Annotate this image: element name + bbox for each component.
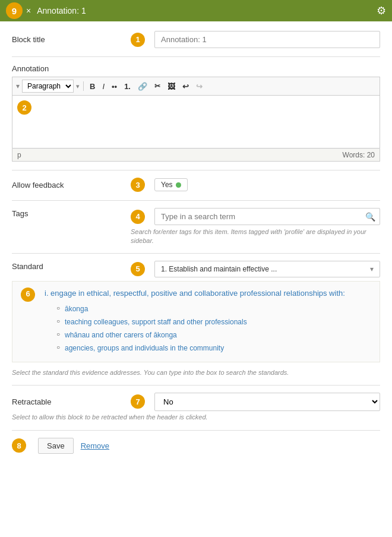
standard-hint: Select the standard this evidence addres… [12,368,380,377]
feedback-green-dot [176,182,181,188]
bold-button[interactable]: B [87,81,97,92]
divider-5 [12,385,380,386]
divider-3 [12,200,380,201]
tags-input[interactable] [154,208,380,225]
retractable-select[interactable]: No Yes [154,393,380,411]
image-button[interactable]: 🖼 [165,81,178,92]
divider-4 [12,253,380,254]
editor-toolbar: ▾ Paragraph ▾ B I •• 1. 🔗 ✂ 🖼 ↩ ↪ [12,77,380,95]
list-item-text: whānau and other carers of ākonga [65,331,177,339]
tags-input-wrap: 🔍 [154,208,380,225]
tags-hint: Search for/enter tags for this item. Ite… [131,228,380,246]
standard-label: Standard [12,261,131,271]
save-button[interactable]: Save [38,438,74,454]
annotation-badge: 2 [17,100,31,115]
gear-icon[interactable]: ⚙ [377,4,386,17]
feedback-label: Allow feedback [12,181,131,189]
standard-detail-badge: 6 [21,288,35,302]
italic-button[interactable]: I [100,81,107,92]
block-title-badge: 1 [131,33,145,47]
standard-selected-text: 1. Establish and maintain effective ... [161,265,277,273]
tags-badge: 4 [131,210,145,224]
retractable-row: Retractable 7 No Yes [12,393,380,411]
feedback-badge: 3 [131,178,145,192]
list-item-text: ākonga [65,305,88,313]
editor-tag: p [17,151,21,159]
undo-button[interactable]: ↩ [180,81,191,92]
list-item-text: teaching colleagues, support staff and o… [65,318,247,326]
unordered-list-button[interactable]: •• [109,81,119,92]
toolbar-divider-1 [83,81,84,91]
tags-row: Tags 4 🔍 Search for/enter tags for this … [12,208,380,246]
editor-footer: p Words: 20 [12,149,380,162]
paragraph-arrow-icon: ▾ [76,83,80,90]
standard-detail-intro-text: i. engage in ethical, respectful, positi… [45,289,345,298]
list-item: teaching colleagues, support staff and o… [56,317,345,328]
retractable-hint: Select to allow this block to be retract… [12,413,380,421]
list-item: ākonga [56,304,345,315]
block-title-label: Block title [12,35,131,44]
standard-detail-intro: i. engage in ethical, respectful, positi… [45,288,345,300]
editor-body[interactable]: 2 [12,95,380,149]
block-title-input[interactable] [154,31,380,48]
list-item: whānau and other carers of ākonga [56,330,345,341]
annotation-section: Annotation ▾ Paragraph ▾ B I •• 1. 🔗 ✂ 🖼… [12,64,380,162]
form-content: Block title 1 Annotation ▾ Paragraph ▾ B… [0,21,392,463]
list-item: agencies, groups and individuals in the … [56,343,345,354]
divider-1 [12,56,380,57]
footer-badge: 8 [12,438,26,453]
list-item-text: agencies, groups and individuals in the … [65,344,224,352]
standard-detail: 6 i. engage in ethical, respectful, posi… [12,281,380,363]
remove-button[interactable]: Remove [81,441,109,450]
ordered-list-button[interactable]: 1. [122,81,133,92]
retractable-label: Retractable [12,397,131,406]
redo-button[interactable]: ↪ [194,81,205,92]
unlink-button[interactable]: ✂ [152,81,163,91]
tags-label: Tags [12,208,131,218]
header-title: Annotation: 1 [37,6,377,15]
block-title-row: Block title 1 [12,31,380,48]
paragraph-select[interactable]: Paragraph [22,80,74,93]
standard-detail-list: ākonga teaching colleagues, support staf… [45,304,345,355]
close-button[interactable]: × [26,6,31,15]
standard-arrow-icon: ▾ [370,265,374,273]
divider-2 [12,170,380,170]
block-header: 9 × Annotation: 1 ⚙ [0,0,392,21]
footer-actions: 8 Save Remove [12,438,380,454]
standard-row: Standard 5 1. Establish and maintain eff… [12,261,380,277]
standard-badge: 5 [131,262,145,276]
link-button[interactable]: 🔗 [135,81,150,92]
feedback-row: Allow feedback 3 Yes [12,178,380,192]
header-badge: 9 [6,2,23,19]
retractable-badge: 7 [131,394,145,409]
feedback-value[interactable]: Yes [154,178,188,191]
feedback-yes-text: Yes [161,181,173,189]
editor-word-count: Words: 20 [343,151,375,159]
divider-6 [12,430,380,431]
toolbar-chevron-icon[interactable]: ▾ [16,82,20,90]
annotation-label: Annotation [12,64,380,73]
search-icon: 🔍 [365,212,375,222]
standard-dropdown[interactable]: 1. Establish and maintain effective ... … [154,261,380,277]
